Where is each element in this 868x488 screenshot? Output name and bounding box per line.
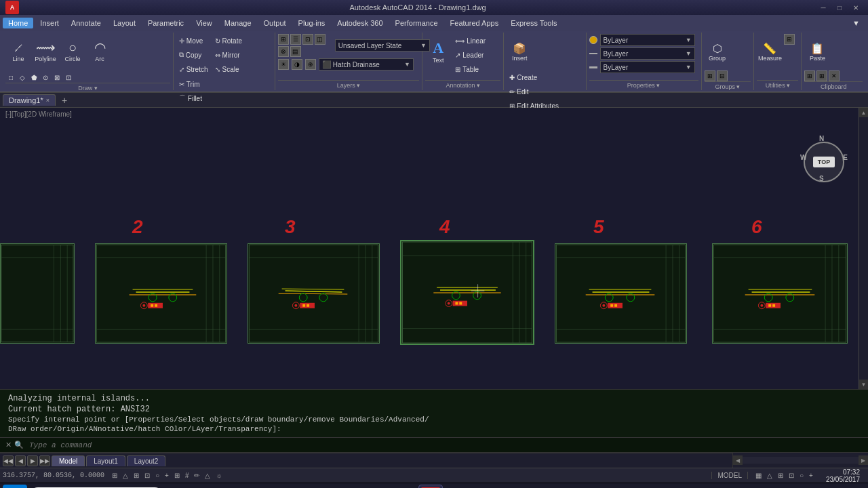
fillet-button[interactable]: ⌒ Fillet: [176, 92, 205, 105]
new-tab-button[interactable]: +: [58, 94, 71, 106]
menu-layout[interactable]: Layout: [108, 18, 141, 28]
hatch-dropdown[interactable]: ⬛ Hatch Drainase ▼: [319, 58, 414, 70]
view-4[interactable]: ⊡: [787, 472, 796, 479]
drawing-thumb-3[interactable]: [248, 243, 380, 344]
view-3[interactable]: ⊞: [776, 472, 785, 479]
clipboard-label[interactable]: Clipboard: [804, 81, 863, 90]
taskbar-music[interactable]: ♪: [290, 485, 314, 489]
groups-label[interactable]: Groups ▾: [705, 81, 751, 90]
start-button[interactable]: ⊞: [3, 485, 27, 489]
menu-extra[interactable]: ▼: [847, 18, 865, 28]
copy-button[interactable]: ⧉ Copy: [176, 48, 211, 62]
draw-extra-6[interactable]: ⊡: [63, 72, 74, 83]
layer-btn-4[interactable]: ◫: [315, 34, 326, 45]
taskbar-mobile[interactable]: 📱: [367, 485, 391, 489]
status-snap-2[interactable]: △: [121, 472, 130, 479]
text-button[interactable]: A Text: [425, 34, 451, 69]
document-tab[interactable]: Drawing1* ×: [3, 94, 56, 106]
layout-tab-model[interactable]: Model: [52, 455, 85, 466]
command-search-btn[interactable]: 🔍: [14, 441, 24, 449]
status-grid[interactable]: ⊞: [132, 472, 141, 479]
layout-nav-next[interactable]: ▶: [27, 455, 38, 466]
tab-close-button[interactable]: ×: [46, 97, 50, 104]
rotate-button[interactable]: ↻ Rotate: [212, 34, 245, 47]
circle-button[interactable]: ○ Circle: [60, 34, 85, 69]
task-view-button[interactable]: ⊡: [165, 486, 185, 489]
clipboard-extra-2[interactable]: ⊞: [816, 70, 827, 81]
annotation-label[interactable]: Annotation ▾: [425, 80, 500, 89]
layout-tab-2[interactable]: Layout2: [127, 455, 166, 466]
view-1[interactable]: ▦: [753, 472, 764, 479]
arc-button[interactable]: ◠ Arc: [87, 34, 113, 69]
layout-tab-1[interactable]: Layout1: [86, 455, 125, 466]
horizontal-scrollbar[interactable]: ◀ ▶: [732, 453, 868, 468]
linear-button[interactable]: ⟺ Linear: [452, 34, 488, 47]
status-isnap[interactable]: +: [163, 472, 171, 479]
clipboard-extra-3[interactable]: ✕: [829, 70, 840, 81]
taskbar-app-2[interactable]: 💻: [393, 485, 417, 489]
draw-extra-3[interactable]: ⬟: [28, 72, 39, 83]
status-ducs[interactable]: #: [183, 472, 191, 479]
menu-annotate[interactable]: Annotate: [66, 18, 106, 28]
draw-extra-2[interactable]: ◇: [17, 72, 28, 83]
lineweight-dropdown[interactable]: ByLayer ▼: [600, 61, 695, 73]
menu-express-tools[interactable]: Express Tools: [505, 18, 562, 28]
status-polar[interactable]: ○: [153, 472, 161, 479]
layout-nav-prev[interactable]: ◀: [15, 455, 26, 466]
trim-button[interactable]: ✂ Trim: [176, 77, 205, 91]
command-input[interactable]: [29, 441, 863, 449]
view-6[interactable]: +: [807, 472, 815, 479]
draw-extra-5[interactable]: ⊠: [52, 72, 62, 83]
properties-label[interactable]: Properties ▾: [589, 80, 698, 89]
compass-top-button[interactable]: TOP: [813, 157, 835, 167]
edit-button[interactable]: ✏ Edit: [507, 85, 561, 98]
draw-extra-1[interactable]: □: [5, 72, 16, 83]
layer-btn-3[interactable]: ⊡: [302, 34, 313, 45]
taskbar-browser[interactable]: 🌐: [238, 485, 262, 489]
leader-button[interactable]: ↗ Leader: [452, 48, 488, 62]
minimize-button[interactable]: ─: [816, 2, 830, 13]
menu-insert[interactable]: Insert: [35, 18, 64, 28]
draw-extra-4[interactable]: ⊙: [40, 72, 51, 83]
layer-extra-1[interactable]: ☀: [278, 59, 289, 70]
taskbar-autocad-active[interactable]: A: [418, 485, 443, 489]
linetype-dropdown[interactable]: ByLayer ▼: [600, 47, 695, 60]
layer-state-dropdown[interactable]: Unsaved Layer State ▼: [335, 39, 430, 52]
measure-button[interactable]: 📏 Measure: [757, 34, 783, 69]
move-button[interactable]: ✛ Move: [176, 34, 211, 47]
paste-button[interactable]: 📋 Paste: [804, 34, 830, 69]
taskbar-excel[interactable]: 📊: [341, 485, 366, 489]
menu-output[interactable]: Output: [258, 18, 292, 28]
utilities-extra[interactable]: ⊞: [784, 34, 795, 45]
drawing-thumb-5[interactable]: [555, 243, 687, 344]
command-x-btn[interactable]: ✕: [5, 441, 12, 449]
drawing-thumb-2[interactable]: [95, 243, 227, 344]
status-tp[interactable]: ☼: [214, 472, 224, 479]
drawing-thumb-6[interactable]: [712, 243, 848, 344]
drawing-thumb-4[interactable]: [400, 240, 534, 345]
scroll-track-horizontal[interactable]: [743, 457, 859, 464]
drawing-thumb-1[interactable]: [0, 243, 75, 344]
layer-extra-3[interactable]: ⊕: [305, 59, 316, 70]
line-button[interactable]: ⟋ Line: [5, 34, 31, 69]
scroll-up-button[interactable]: ▲: [859, 108, 869, 117]
vertical-scrollbar[interactable]: ▲ ▼: [859, 108, 868, 389]
stretch-button[interactable]: ⤢ Stretch: [176, 62, 211, 76]
layer-btn-2[interactable]: ☰: [290, 34, 301, 45]
status-lw[interactable]: △: [203, 472, 212, 479]
menu-home[interactable]: Home: [3, 18, 33, 28]
utilities-label[interactable]: Utilities ▾: [757, 80, 798, 89]
layer-btn-1[interactable]: ⊞: [278, 34, 289, 45]
status-otrack[interactable]: ⊞: [172, 472, 182, 479]
layout-nav-first[interactable]: ◀◀: [3, 455, 14, 466]
menu-featured[interactable]: Featured Apps: [445, 18, 505, 28]
layer-btn-5[interactable]: ⊗: [278, 46, 289, 57]
layout-nav-last[interactable]: ▶▶: [39, 455, 50, 466]
group-button[interactable]: ⬡ Group: [705, 34, 730, 69]
group-extra-1[interactable]: ⊞: [705, 70, 715, 81]
menu-view[interactable]: View: [191, 18, 218, 28]
layers-label[interactable]: Layers ▾: [278, 80, 419, 89]
status-ortho[interactable]: ⊡: [142, 472, 152, 479]
taskbar-video[interactable]: 🎬: [315, 485, 340, 489]
scale-button[interactable]: ⤡ Scale: [212, 62, 245, 76]
